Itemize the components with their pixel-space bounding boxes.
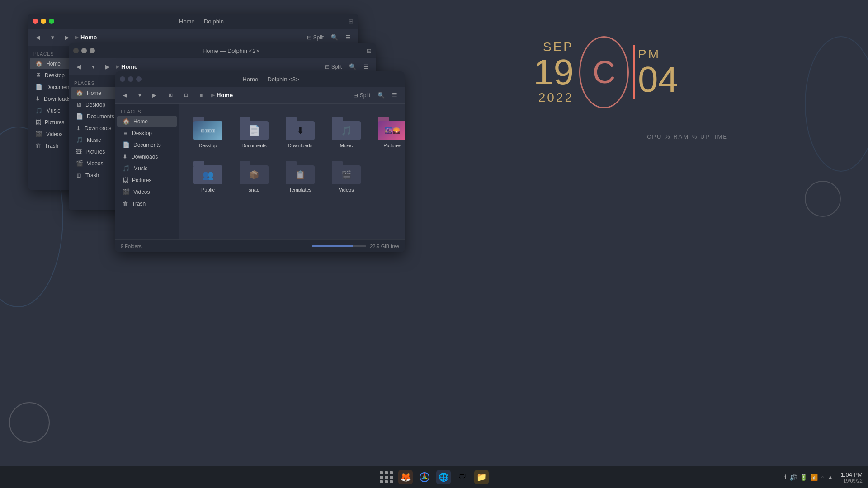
split-btn-1[interactable]: ⊟ Split [303, 33, 327, 42]
folder-downloads[interactable]: ⬇ Downloads [280, 113, 321, 152]
videos-icon-3: 🎬 [123, 188, 130, 195]
forward-btn-1[interactable]: ▶ [61, 32, 73, 43]
breadcrumb-home-1[interactable]: Home [80, 34, 97, 41]
free-space-bar [312, 245, 366, 247]
menu-btn-3[interactable]: ☰ [388, 89, 401, 101]
toolbar-right-2: ⊟ Split 🔍 ☰ [321, 61, 373, 73]
back-btn-2[interactable]: ◀ [72, 61, 85, 73]
battery-icon[interactable]: 🔋 [800, 474, 807, 481]
sidebar-item-home-3[interactable]: 🏠Home [117, 116, 177, 127]
sidebar-3: Places 🏠Home 🖥Desktop 📄Documents ⬇Downlo… [115, 104, 179, 239]
compact-view-btn-3[interactable]: ⊟ [179, 89, 192, 101]
firefox-btn[interactable]: 🦊 [398, 470, 413, 484]
breadcrumb-home-2[interactable]: Home [121, 63, 137, 70]
folder-templates[interactable]: 📋 Templates [280, 157, 321, 196]
breadcrumb-2: ▶ Home [116, 63, 320, 70]
folder-public[interactable]: 👥 Public [188, 157, 228, 196]
downloads-icon-1: ⬇ [35, 95, 40, 102]
documents-icon-1: 📄 [35, 84, 42, 90]
network-icon[interactable]: 📶 [810, 474, 818, 481]
public-folder-icon: 👥 [193, 161, 222, 184]
max-btn-3[interactable] [136, 76, 142, 82]
speaker-icon[interactable]: 🔊 [789, 474, 797, 481]
max-btn-1[interactable] [49, 19, 54, 24]
file-content-3: ⊞⊞⊞⊞ Desktop 📄 Documents [179, 104, 405, 239]
split-icon-1: ⊞ [349, 18, 354, 25]
folder-music[interactable]: 🎵 Music [326, 113, 367, 152]
split-label-1: Split [313, 34, 324, 41]
split-btn-2[interactable]: ⊟ Split [321, 62, 345, 71]
clock-circle: C [579, 36, 629, 108]
min-btn-2[interactable] [81, 48, 87, 53]
folder-videos[interactable]: 🎬 Videos [326, 157, 367, 196]
toolbar-3: ◀ ▾ ▶ ⊞ ⊟ ≡ ▶ Home ⊟ Split 🔍 ☰ [115, 87, 405, 104]
menu-btn-2[interactable]: ☰ [360, 61, 373, 73]
forward-btn-2[interactable]: ▶ [101, 61, 114, 73]
close-btn-1[interactable] [33, 19, 38, 24]
dolphin-body-3: Places 🏠Home 🖥Desktop 📄Documents ⬇Downlo… [115, 104, 405, 239]
list-view-btn-3[interactable]: ≡ [195, 89, 208, 101]
documents-folder-icon: 📄 [240, 117, 269, 140]
nav-dropdown-2[interactable]: ▾ [87, 61, 99, 73]
pictures-icon-1: 🖼 [35, 119, 41, 126]
templates-folder-label: Templates [289, 187, 311, 192]
split-btn-3[interactable]: ⊟ Split [350, 91, 374, 100]
back-btn-3[interactable]: ◀ [119, 89, 132, 101]
folder-documents[interactable]: 📄 Documents [234, 113, 274, 152]
nav-dropdown-1[interactable]: ▾ [46, 32, 59, 43]
trash-icon-1: 🗑 [35, 142, 41, 149]
clock-separator [633, 45, 635, 99]
search-btn-2[interactable]: 🔍 [346, 61, 359, 73]
sidebar-item-videos-3[interactable]: 🎬Videos [117, 186, 177, 197]
forward-btn-3[interactable]: ▶ [148, 89, 160, 101]
close-indicator-2[interactable] [73, 48, 79, 53]
folder-pictures[interactable]: 🌆🌄 Pictures [372, 113, 405, 152]
videos-folder-icon: 🎬 [332, 161, 361, 184]
breadcrumb-1: ▶ Home [75, 34, 302, 41]
max-btn-2[interactable] [90, 48, 95, 53]
taskbar-date: 19/09/22 [843, 478, 863, 483]
breadcrumb-sep-3: ▶ [211, 92, 215, 98]
titlebar-3: Home — Dolphin <3> [115, 71, 405, 87]
dolphin-taskbar-btn[interactable]: 📁 [474, 470, 489, 484]
trash-icon-2: 🗑 [76, 172, 82, 178]
dolphin-icon: 📁 [476, 472, 486, 482]
split-icon-sym-2: ⊟ [325, 64, 330, 70]
taskbar-center: 🦊 🌐 🛡 📁 [379, 470, 489, 484]
search-btn-1[interactable]: 🔍 [328, 32, 341, 43]
sidebar-item-downloads-3[interactable]: ⬇Downloads [117, 151, 177, 162]
view-icons-3: ⊞ ⊟ ≡ [164, 89, 208, 101]
min-btn-1[interactable] [41, 19, 46, 24]
min-btn-3[interactable] [128, 76, 133, 82]
toolbar-right-1: ⊟ Split 🔍 ☰ [303, 32, 354, 43]
expand-tray-icon[interactable]: ▲ [827, 474, 834, 481]
desktop-icon-1: 🖥 [35, 72, 41, 79]
bg-circle-bottom-left [9, 402, 50, 443]
icon-view-btn-3[interactable]: ⊞ [164, 89, 177, 101]
breadcrumb-home-3[interactable]: Home [217, 92, 233, 99]
display-icon[interactable]: ⌂ [821, 474, 824, 481]
breadcrumb-sep-2: ▶ [116, 64, 119, 70]
sidebar-item-music-3[interactable]: 🎵Music [117, 163, 177, 174]
nav-dropdown-3[interactable]: ▾ [133, 89, 146, 101]
app4-btn[interactable]: 🛡 [455, 470, 470, 484]
clock-year: 2022 [538, 90, 574, 105]
back-btn-1[interactable]: ◀ [32, 32, 44, 43]
split-icon-sym-3: ⊟ [354, 92, 358, 99]
sidebar-item-trash-3[interactable]: 🗑Trash [117, 198, 177, 209]
search-btn-3[interactable]: 🔍 [375, 89, 387, 101]
sidebar-item-desktop-3[interactable]: 🖥Desktop [117, 127, 177, 139]
chrome-btn[interactable] [417, 470, 432, 484]
templates-folder-icon: 📋 [286, 161, 315, 184]
folder-desktop[interactable]: ⊞⊞⊞⊞ Desktop [188, 113, 228, 152]
info-icon[interactable]: ℹ [784, 474, 787, 481]
close-btn-3[interactable] [120, 76, 125, 82]
sidebar-item-documents-3[interactable]: 📄Documents [117, 139, 177, 150]
folder-snap[interactable]: 📦 snap [234, 157, 274, 196]
free-space-fill [312, 245, 353, 247]
app3-btn[interactable]: 🌐 [436, 470, 451, 484]
sidebar-item-pictures-3[interactable]: 🖼Pictures [117, 174, 177, 186]
window-title-2: Home — Dolphin <2> [98, 47, 364, 54]
menu-btn-1[interactable]: ☰ [342, 32, 354, 43]
app-grid-btn[interactable] [379, 470, 394, 484]
